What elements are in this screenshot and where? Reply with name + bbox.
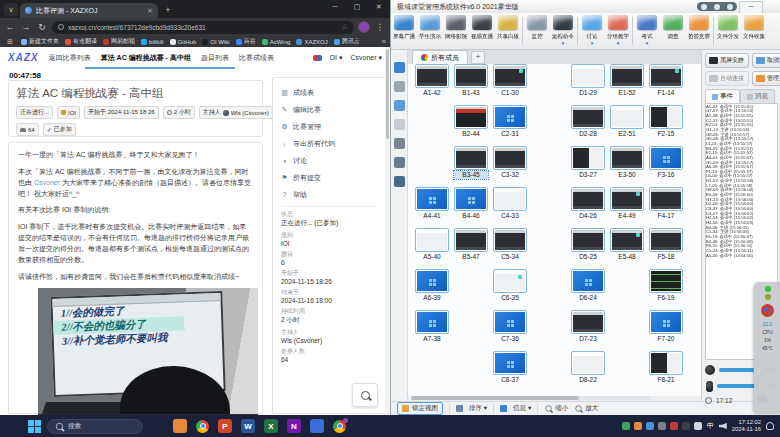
taskbar-app-chrome[interactable] [196,420,209,433]
student-thumb-D1-29[interactable]: D1-29 [571,64,605,97]
student-thumb-D7-23[interactable]: D7-23 [571,310,605,343]
student-thumb-A7-38[interactable]: A7-38 [415,310,449,343]
rail-list-view[interactable] [394,81,405,92]
rail-group-view[interactable] [394,157,405,168]
rail-student-manage[interactable] [394,100,405,111]
toolbar-监控[interactable]: 监控 [524,15,550,41]
browser-tab[interactable]: 比赛评测 - XAZXOJ ✕ [20,3,158,18]
ime-indicator[interactable]: 中 [707,421,714,431]
notification-icon[interactable] [766,422,774,430]
dropdown-caret-icon[interactable]: ▾ [646,41,649,45]
grid-hscrollbar[interactable] [411,396,651,400]
sidebar-link-比赛管理[interactable]: ⚙比赛管理 [281,118,377,135]
taskbar-app-word[interactable]: W [241,419,255,433]
rail-thumbnail-view[interactable] [394,62,405,73]
student-thumb-D5-25[interactable]: D5-25 [571,228,605,261]
minimize-icon[interactable]: ─ [324,0,346,14]
toolbar-远程命令[interactable]: 远程命令▾ [550,15,576,41]
student-thumb-F8-21[interactable]: F8-21 [649,351,683,384]
site-logo[interactable]: XAZX [8,52,39,63]
toolbar-考试[interactable]: 考试▾ [634,15,660,41]
rail-pen-tool[interactable] [394,176,405,187]
tray-icon[interactable] [634,422,642,430]
help-icon[interactable] [727,4,733,10]
settings-icon[interactable] [714,4,720,10]
url-input[interactable]: xazxoj.cn/contest/673712de9cbd9d933c20e6… [52,21,354,34]
zoom-in-button[interactable]: 放大 [574,404,598,413]
toolbar-文件分发[interactable]: 文件分发 [715,15,741,41]
bookmarks-overflow-icon[interactable]: » [382,37,386,46]
toolbar-视频直播[interactable]: 视频直播 [469,15,495,41]
taskbar-app-app-orange[interactable] [173,419,187,433]
info-button[interactable]: 信息 ▾ [513,404,531,413]
taskbar-app-app-blue[interactable] [310,419,324,433]
add-group-button[interactable]: + [471,51,485,64]
taskbar-app-onenote[interactable]: N [287,419,301,433]
student-thumb-D3-27[interactable]: D3-27 [571,146,605,179]
student-thumb-F5-18[interactable]: F5-18 [649,228,683,261]
toolbar-共享白板[interactable]: 共享白板 [495,15,521,41]
student-thumb-A1-42[interactable]: A1-42 [415,64,449,97]
student-thumb-C1-30[interactable]: C1-30 [493,64,527,97]
student-thumb-C8-37[interactable]: C8-37 [493,351,527,384]
student-thumb-F1-14[interactable]: F1-14 [649,64,683,97]
tray-icon[interactable] [670,422,678,430]
browser-menu-icon[interactable]: ⋮ [374,22,386,32]
toolbar-网络影院[interactable]: 网络影院 [443,15,469,41]
student-thumb-F3-16[interactable]: F3-16 [649,146,683,179]
bookmark-item[interactable]: OI Wiki [202,37,229,46]
search-fab-button[interactable] [352,383,378,407]
admin-button[interactable]: 管理员 [752,71,780,86]
user-link[interactable]: Csvoner [34,179,60,186]
sidebar-link-导出所有代码[interactable]: ↓导出所有代码 [281,135,377,152]
bookmark-item[interactable]: 腾讯云 [334,37,360,46]
tab-close-icon[interactable]: ✕ [147,7,153,15]
user-dropdown[interactable]: Csvoner ▾ [350,54,382,62]
student-thumb-E5-48[interactable]: E5-48 [610,228,644,261]
bookmark-item[interactable]: AcWing [262,37,291,46]
sidebar-link-讨论[interactable]: ◖讨论 [281,152,377,169]
site-nav-link[interactable]: 题目列表 [201,53,229,63]
cancel-quiet-button[interactable]: 取消安静 [752,53,780,68]
dropdown-caret-icon[interactable]: ▾ [591,41,594,45]
toolbar-讨论[interactable]: 讨论▾ [579,15,605,41]
collapse-icon[interactable] [701,4,707,10]
dropdown-caret-icon[interactable]: ▾ [562,41,565,45]
tab-messages[interactable]: 消息 [740,89,775,103]
student-thumb-B1-43[interactable]: B1-43 [454,64,488,97]
bookmark-star-icon[interactable]: ☆ [342,23,348,31]
toolbar-抢答竞赛[interactable]: 抢答竞赛 [686,15,712,41]
student-thumb-E3-50[interactable]: E3-50 [610,146,644,179]
student-thumb-E1-52[interactable]: E1-52 [610,64,644,97]
forward-icon[interactable]: → [20,22,32,32]
tray-icon[interactable] [682,422,690,430]
student-thumb-A6-39[interactable]: A6-39 [415,269,449,302]
student-thumb-D8-22[interactable]: D8-22 [571,351,605,384]
toolbar-分组教学[interactable]: 分组教学▾ [605,15,631,41]
student-thumb-F7-20[interactable]: F7-20 [649,310,683,343]
toolbar-学生演示[interactable]: 学生演示 [417,15,443,41]
toolbar-屏幕广播[interactable]: 屏幕广播 [391,15,417,41]
rail-screen-settings[interactable] [394,138,405,149]
new-tab-button[interactable]: + [162,4,174,16]
tray-icon[interactable] [622,422,630,430]
bookmark-item[interactable]: 百谷 [236,37,256,46]
student-thumb-E4-49[interactable]: E4-49 [610,187,644,220]
bookmark-item[interactable]: 有道翻译 [65,37,97,46]
student-thumb-C2-31[interactable]: C2-31 [493,105,527,138]
student-thumb-D6-24[interactable]: D6-24 [571,269,605,302]
student-thumb-C7-36[interactable]: C7-36 [493,310,527,343]
bookmark-item[interactable]: bilibili [141,37,164,46]
tray-icon[interactable] [646,422,654,430]
student-thumb-F2-15[interactable]: F2-15 [649,105,683,138]
profile-avatar[interactable] [358,21,370,33]
maximize-icon[interactable]: ▢ [346,0,368,14]
student-thumb-C3-32[interactable]: C3-32 [493,146,527,179]
student-thumb-B2-44[interactable]: B2-44 [454,105,488,138]
student-thumb-B3-45[interactable]: B3-45 [454,146,488,179]
sidebar-link-所有提交[interactable]: ⚑所有提交 [281,169,377,186]
bookmark-item[interactable]: 新建文件夹 [21,37,59,46]
tab-all-members[interactable]: 所有成员 [412,50,468,64]
taskbar-search[interactable]: 搜索 [47,419,143,434]
taskbar-app-powerpoint[interactable]: P [218,419,232,433]
